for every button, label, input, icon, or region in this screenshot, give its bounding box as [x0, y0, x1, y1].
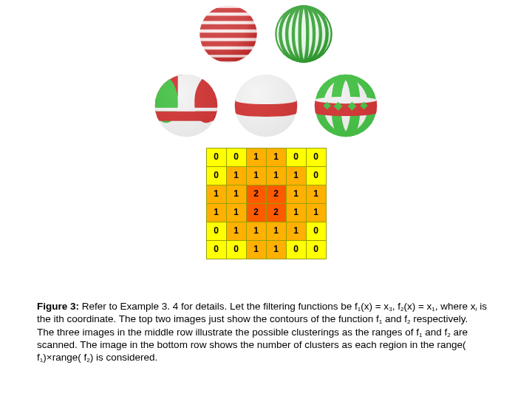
grid-cell: 0 [287, 149, 306, 166]
grid-cell: 0 [307, 167, 326, 185]
grid-cell: 1 [207, 185, 226, 203]
grid-cell: 0 [307, 149, 326, 166]
figure-mid-row [151, 71, 381, 140]
svg-point-25 [155, 75, 218, 137]
grid-cell: 1 [267, 149, 286, 166]
grid-cell: 0 [207, 222, 226, 240]
grid-cell: 1 [287, 222, 306, 240]
grid-cell: 0 [207, 149, 226, 166]
cluster-count-grid: 001100011110112211112211011110001100 [206, 148, 327, 259]
sphere-clustered-caps [151, 71, 221, 140]
grid-cell: 2 [247, 204, 266, 222]
grid-cell: 1 [267, 222, 286, 240]
grid-cell: 1 [287, 204, 306, 222]
grid-cell: 2 [247, 185, 266, 203]
figure-top-row [196, 1, 336, 66]
grid-cell: 0 [207, 241, 226, 259]
grid-cell: 0 [307, 222, 326, 240]
grid-cell: 0 [227, 149, 246, 166]
sphere-green-segments [311, 71, 381, 140]
grid-cell: 1 [307, 204, 326, 222]
grid-cell: 1 [307, 185, 326, 203]
grid-cell: 1 [267, 241, 286, 259]
figure-label: Figure 3: [37, 301, 79, 312]
grid-cell: 1 [227, 204, 246, 222]
grid-cell: 1 [287, 167, 306, 185]
grid-cell: 0 [227, 241, 246, 259]
grid-cell: 0 [287, 241, 306, 259]
grid-cell: 1 [287, 185, 306, 203]
grid-cell: 0 [207, 167, 226, 185]
grid-cell: 1 [227, 222, 246, 240]
svg-point-31 [235, 75, 298, 137]
grid-cell: 1 [227, 185, 246, 203]
grid-cell: 1 [267, 167, 286, 185]
grid-cell: 2 [267, 185, 286, 203]
grid-cell: 1 [247, 167, 266, 185]
sphere-red-band [231, 71, 301, 140]
svg-point-9 [200, 5, 256, 62]
svg-point-43 [315, 75, 378, 137]
grid-cell: 1 [227, 167, 246, 185]
grid-cell: 1 [247, 149, 266, 166]
grid-cell: 2 [267, 204, 286, 222]
sphere-horizontal-stripes [196, 1, 261, 66]
grid-cell: 1 [247, 222, 266, 240]
figure-caption: Figure 3: Refer to Example 3. 4 for deta… [37, 300, 488, 364]
grid-cell: 1 [207, 204, 226, 222]
grid-cell: 1 [247, 241, 266, 259]
grid-cell: 0 [307, 241, 326, 259]
sphere-vertical-stripes [271, 1, 336, 66]
svg-point-17 [275, 5, 332, 62]
